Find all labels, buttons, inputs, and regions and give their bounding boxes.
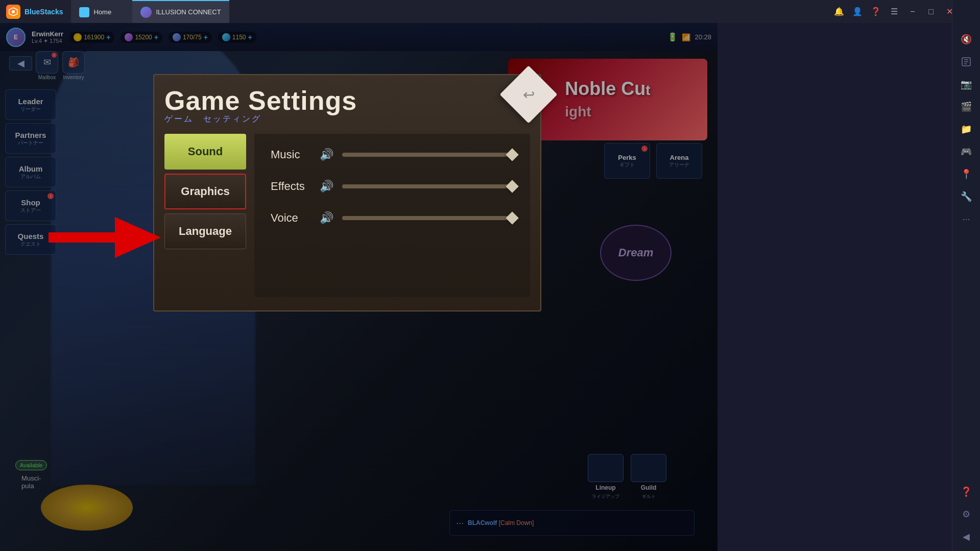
bluestacks-right-sidebar: 🔇 📷 🎬 📁 🎮 📍 🔧 ··· ❓ ⚙ ◀ xyxy=(952,0,980,551)
home-tab-icon xyxy=(79,7,89,17)
sound-panel: Music 🔊 Effects 🔊 Voice 🔊 xyxy=(254,134,530,297)
notification-button[interactable]: 🔔 xyxy=(831,4,847,20)
effects-slider-thumb xyxy=(506,180,518,193)
home-tab-label: Home xyxy=(93,8,111,16)
bs-gear-button[interactable]: ⚙ xyxy=(956,504,976,524)
music-sound-icon: 🔊 xyxy=(320,148,334,161)
bs-video-button[interactable]: 🎬 xyxy=(956,97,976,117)
tab-game[interactable]: ILLUSION CONNECT xyxy=(132,0,229,23)
music-slider-thumb xyxy=(506,148,518,161)
effects-label: Effects xyxy=(271,180,312,193)
back-icon: ↩ xyxy=(523,86,535,103)
menu-button[interactable]: ☰ xyxy=(886,4,902,20)
voice-sound-icon: 🔊 xyxy=(320,211,334,225)
settings-tabs: Sound Graphics Language xyxy=(164,134,246,297)
modal-content: Sound Graphics Language Music 🔊 xyxy=(164,134,530,297)
tab-home[interactable]: Home xyxy=(71,0,132,23)
bluestacks-logo-icon xyxy=(6,5,20,19)
bs-collapse-button[interactable]: ◀ xyxy=(956,526,976,547)
red-arrow-indicator xyxy=(49,214,161,260)
voice-slider-thumb xyxy=(506,211,518,224)
voice-row: Voice 🔊 xyxy=(271,211,514,225)
tab-language[interactable]: Language xyxy=(164,213,246,249)
music-slider-fill xyxy=(342,153,514,157)
account-button[interactable]: 👤 xyxy=(849,4,866,20)
bs-macro-button[interactable] xyxy=(956,52,976,72)
bs-folder-button[interactable]: 📁 xyxy=(956,119,976,139)
tab-sound[interactable]: Sound xyxy=(164,134,246,170)
bluestacks-topbar: BlueStacks Home ILLUSION CONNECT 🔔 👤 ❓ ☰… xyxy=(0,0,980,23)
bs-location-button[interactable]: 📍 xyxy=(956,164,976,184)
bs-screenshot-button[interactable]: 📷 xyxy=(956,74,976,94)
effects-slider[interactable] xyxy=(342,184,514,188)
modal-header: Game Settings ゲーム セッティング xyxy=(164,85,530,125)
game-tab-label: ILLUSION CONNECT xyxy=(156,8,221,16)
bs-more-button[interactable]: ··· xyxy=(956,209,976,229)
voice-slider-fill xyxy=(342,216,514,220)
voice-slider[interactable] xyxy=(342,216,514,220)
voice-label: Voice xyxy=(271,211,312,225)
settings-title-en: Game Settings xyxy=(164,85,530,116)
bs-help-button[interactable]: ❓ xyxy=(956,482,976,502)
graphics-tab-label: Graphics xyxy=(181,185,229,198)
game-tab-icon xyxy=(140,7,152,18)
bluestacks-text: BlueStacks xyxy=(25,8,63,16)
maximize-button[interactable]: □ xyxy=(923,4,939,20)
minimize-button[interactable]: − xyxy=(904,4,921,20)
tab-bar: Home ILLUSION CONNECT xyxy=(71,0,229,23)
svg-point-1 xyxy=(12,10,15,13)
language-tab-label: Language xyxy=(179,225,232,238)
music-slider[interactable] xyxy=(342,153,514,157)
effects-sound-icon: 🔊 xyxy=(320,180,334,193)
bs-volume-button[interactable]: 🔇 xyxy=(956,29,976,50)
arrow-svg xyxy=(49,214,161,260)
music-row: Music 🔊 xyxy=(271,148,514,161)
settings-modal: Game Settings ゲーム セッティング Sound Graphics … xyxy=(153,74,541,312)
help-button[interactable]: ❓ xyxy=(868,4,884,20)
effects-slider-fill xyxy=(342,184,514,188)
bs-settings-button[interactable]: 🔧 xyxy=(956,186,976,207)
svg-marker-2 xyxy=(49,217,161,258)
effects-row: Effects 🔊 xyxy=(271,180,514,193)
bluestacks-logo: BlueStacks xyxy=(0,5,69,19)
tab-graphics[interactable]: Graphics xyxy=(164,174,246,209)
music-label: Music xyxy=(271,148,312,161)
sound-tab-label: Sound xyxy=(188,145,223,158)
bs-gamepad-button[interactable]: 🎮 xyxy=(956,141,976,162)
